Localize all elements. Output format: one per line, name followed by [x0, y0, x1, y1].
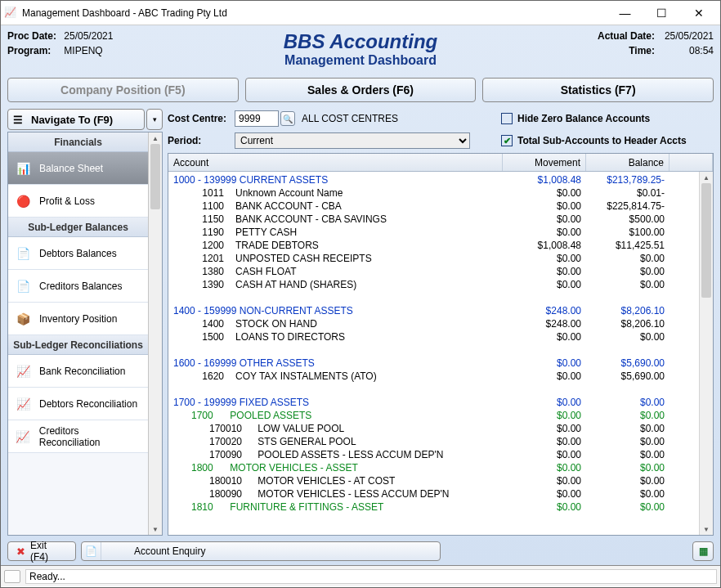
grid-row[interactable]: 170090 POOLED ASSETS - LESS ACCUM DEP'N$… — [168, 448, 699, 461]
cell-movement: $0.00 — [498, 213, 581, 225]
col-header-account[interactable]: Account — [168, 154, 503, 171]
nav-item[interactable]: 📈Bank Reconciliation — [8, 355, 148, 388]
cell-movement: $0.00 — [498, 462, 581, 474]
period-select[interactable]: Current — [235, 132, 470, 149]
scroll-down-icon[interactable]: ▼ — [149, 523, 162, 535]
hide-zero-checkbox[interactable] — [501, 113, 513, 124]
cell-movement: $0.00 — [498, 253, 581, 264]
scroll-up-icon[interactable]: ▲ — [700, 172, 713, 183]
grid-row[interactable]: 1400STOCK ON HAND$248.00$8,206.10 — [168, 317, 699, 330]
scroll-down-icon[interactable]: ▼ — [700, 523, 713, 535]
cell-balance: $11,425.51 — [581, 240, 665, 251]
nav-item-label: Profit & Loss — [39, 195, 95, 207]
account-enquiry-button[interactable]: 📄 Account Enquiry — [81, 541, 441, 561]
cell-balance: $5,690.00 — [581, 357, 665, 369]
cell-movement: $0.00 — [498, 436, 581, 447]
grid-row[interactable]: 1810 FURNITURE & FITTINGS - ASSET$0.00$0… — [168, 500, 699, 514]
cell-movement: $248.00 — [498, 318, 581, 330]
close-button[interactable]: ✕ — [680, 2, 717, 25]
cell-movement: $0.00 — [498, 279, 581, 290]
document-icon: 📄 — [85, 545, 97, 557]
cell-movement: $0.00 — [498, 227, 581, 238]
cell-account: 170090 POOLED ASSETS - LESS ACCUM DEP'N — [173, 449, 498, 460]
cell-balance: $0.00 — [581, 397, 665, 408]
grid-row[interactable]: 1700 POOLED ASSETS$0.00$0.00 — [168, 409, 699, 422]
nav-item[interactable]: 📊Balance Sheet — [8, 152, 148, 185]
grid-row[interactable]: 1100BANK ACCOUNT - CBA$0.00$225,814.75- — [168, 200, 699, 213]
cell-movement: $0.00 — [498, 449, 581, 460]
grid-row[interactable]: 1201UNPOSTED CASH RECEIPTS$0.00$0.00 — [168, 252, 699, 265]
cell-account: 170010 LOW VALUE POOL — [173, 423, 498, 434]
nav-item-icon: 📈 — [15, 430, 31, 443]
grid-row[interactable]: 1700 - 199999 FIXED ASSETS$0.00$0.00 — [168, 396, 699, 409]
cell-account: 1011Unknown Account Name — [173, 187, 498, 199]
navigate-to-button[interactable]: ☰ Navigate To (F9) — [7, 109, 145, 130]
nav-item-label: Debtors Balances — [39, 248, 117, 259]
nav-section-header: Financials — [8, 132, 148, 152]
grid-row[interactable]: 170020 STS GENERAL POOL$0.00$0.00 — [168, 435, 699, 448]
col-header-balance[interactable]: Balance — [586, 154, 670, 171]
nav-item-label: Balance Sheet — [39, 163, 103, 174]
scroll-thumb[interactable] — [150, 144, 160, 209]
left-column: ☰ Navigate To (F9) ▾ Financials📊Balance … — [7, 109, 163, 536]
cell-account: 1700 POOLED ASSETS — [173, 410, 498, 421]
cell-balance: $0.00 — [581, 410, 665, 421]
cell-balance: $0.00 — [581, 449, 665, 460]
grid-row[interactable]: 1600 - 169999 OTHER ASSETS$0.00$5,690.00 — [168, 357, 699, 370]
grid-row[interactable]: 180090 MOTOR VEHICLES - LESS ACCUM DEP'N… — [168, 487, 699, 500]
cell-balance: $0.00 — [581, 488, 665, 500]
cost-centre-lookup-button[interactable]: 🔍 — [280, 111, 295, 126]
cell-movement: $0.00 — [498, 488, 581, 500]
grid-scrollbar[interactable]: ▲ ▼ — [699, 172, 713, 535]
grid-row[interactable]: 1500LOANS TO DIRECTORS$0.00$0.00 — [168, 330, 699, 343]
grid-row[interactable]: 180010 MOTOR VEHICLES - AT COST$0.00$0.0… — [168, 474, 699, 487]
navigate-dropdown-button[interactable]: ▾ — [146, 109, 163, 130]
nav-item[interactable]: 📄Debtors Balances — [8, 237, 148, 270]
grid-row[interactable]: 1800 MOTOR VEHICLES - ASSET$0.00$0.00 — [168, 461, 699, 474]
nav-panel: Financials📊Balance Sheet🔴Profit & LossSu… — [7, 132, 163, 536]
grid-row[interactable]: 1011Unknown Account Name$0.00$0.01- — [168, 186, 699, 200]
cell-movement: $1,008.48 — [498, 174, 581, 186]
nav-item-label: Creditors Reconciliation — [39, 425, 141, 448]
minimize-button[interactable]: — — [607, 2, 643, 25]
body-split: ☰ Navigate To (F9) ▾ Financials📊Balance … — [7, 109, 714, 536]
tab-sales-orders[interactable]: Sales & Orders (F6) — [245, 78, 477, 102]
nav-item[interactable]: 📄Creditors Balances — [8, 270, 148, 303]
hide-zero-label[interactable]: Hide Zero Balance Accounts — [517, 113, 650, 124]
cell-account: 1620COY TAX INSTALMENTS (ATO) — [173, 370, 498, 382]
nav-scrollbar[interactable]: ▲ ▼ — [148, 132, 162, 535]
nav-item[interactable]: 📦Inventory Position — [8, 303, 148, 335]
cell-account: 1400STOCK ON HAND — [173, 318, 498, 330]
cell-account: 1700 - 199999 FIXED ASSETS — [173, 397, 498, 408]
grid-row[interactable]: 170010 LOW VALUE POOL$0.00$0.00 — [168, 422, 699, 435]
grid-row[interactable]: 1400 - 159999 NON-CURRENT ASSETS$248.00$… — [168, 304, 699, 317]
tabs-row: Company Position (F5) Sales & Orders (F6… — [7, 78, 714, 102]
scroll-thumb[interactable] — [701, 183, 711, 298]
col-header-movement[interactable]: Movement — [503, 154, 586, 171]
grid-row[interactable]: 1150BANK ACCOUNT - CBA SAVINGS$0.00$500.… — [168, 213, 699, 226]
nav-item[interactable]: 🔴Profit & Loss — [8, 185, 148, 218]
grid-row[interactable]: 1190PETTY CASH$0.00$100.00 — [168, 226, 699, 239]
grid-row[interactable]: 1620COY TAX INSTALMENTS (ATO)$0.00$5,690… — [168, 370, 699, 383]
cost-centre-input[interactable] — [235, 110, 279, 127]
cell-balance: $0.00 — [581, 462, 665, 474]
grid-row[interactable]: 1000 - 139999 CURRENT ASSETS$1,008.48$21… — [168, 173, 699, 186]
grid-row[interactable]: 1380CASH FLOAT$0.00$0.00 — [168, 265, 699, 278]
maximize-button[interactable]: ☐ — [643, 2, 680, 25]
tab-statistics[interactable]: Statistics (F7) — [482, 78, 714, 102]
cell-movement: $1,008.48 — [498, 240, 581, 251]
nav-item[interactable]: 📈Creditors Reconciliation — [8, 420, 148, 453]
export-excel-button[interactable]: ▦ — [692, 541, 714, 561]
exit-button[interactable]: ✖ Exit (F4) — [7, 541, 76, 561]
nav-item[interactable]: 📈Debtors Reconciliation — [8, 388, 148, 420]
grid-row[interactable]: 1390CASH AT HAND (SHARES)$0.00$0.00 — [168, 278, 699, 291]
total-sub-label[interactable]: Total Sub-Accounts to Header Accts — [517, 135, 687, 146]
nav-item-icon: 📦 — [15, 312, 31, 325]
grid-row[interactable]: 1200TRADE DEBTORS$1,008.48$11,425.51 — [168, 239, 699, 252]
cell-balance: $213,789.25- — [581, 174, 665, 186]
cell-account: 1000 - 139999 CURRENT ASSETS — [173, 174, 498, 186]
cell-balance: $8,206.10 — [581, 318, 665, 330]
scroll-up-icon[interactable]: ▲ — [149, 132, 162, 144]
tab-company-position[interactable]: Company Position (F5) — [7, 78, 239, 102]
total-sub-checkbox[interactable]: ✔ — [501, 135, 513, 146]
